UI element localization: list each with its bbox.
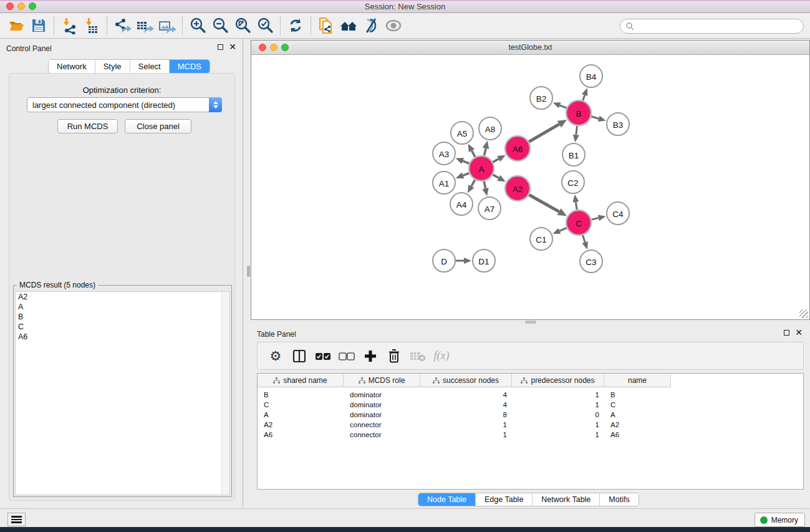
edge-B-B1[interactable]: [576, 126, 577, 135]
edge-C-C2[interactable]: [576, 202, 577, 210]
column-header-successor-nodes[interactable]: successor nodes: [420, 374, 512, 387]
show-graphics-details-icon[interactable]: [382, 15, 405, 36]
edge-A-A2[interactable]: [493, 175, 498, 178]
table-cell-successor_nodes[interactable]: 1: [420, 430, 507, 440]
export-image-icon[interactable]: [156, 15, 178, 36]
vertical-splitter-grip[interactable]: [247, 266, 250, 277]
result-list-item[interactable]: A6: [16, 332, 229, 342]
result-list-scrollbar[interactable]: [221, 292, 229, 495]
table-cell-predecessor_nodes[interactable]: 1: [512, 390, 599, 400]
mcds-result-list[interactable]: A2ABCA6: [15, 291, 230, 495]
table-cell-predecessor_nodes[interactable]: 1: [512, 420, 599, 430]
edge-A2-C[interactable]: [529, 195, 559, 211]
save-session-icon[interactable]: [27, 15, 50, 36]
table-cell-name[interactable]: B: [610, 390, 671, 400]
import-table-icon[interactable]: [80, 15, 103, 36]
table-cell-shared_name[interactable]: C: [264, 400, 344, 410]
column-header-MCDS-role[interactable]: MCDS role: [344, 374, 420, 387]
task-history-button[interactable]: [7, 513, 26, 526]
zoom-fit-icon[interactable]: [231, 15, 254, 36]
show-columns-icon[interactable]: [289, 346, 310, 367]
edge-A-A4[interactable]: [471, 180, 475, 186]
tab-style[interactable]: Style: [95, 60, 130, 73]
tab-network-table[interactable]: Network Table: [533, 493, 600, 506]
export-network-icon[interactable]: [111, 15, 133, 36]
table-cell-predecessor_nodes[interactable]: 1: [512, 400, 599, 410]
zoom-in-icon[interactable]: [186, 15, 209, 36]
table-cell-predecessor_nodes[interactable]: 1: [512, 430, 599, 440]
table-cell-predecessor_nodes[interactable]: 0: [512, 410, 599, 420]
new-network-from-selection-icon[interactable]: [315, 15, 337, 36]
table-cell-mcds_role[interactable]: dominator: [350, 410, 420, 420]
open-session-icon[interactable]: [5, 15, 27, 36]
criterion-dropdown[interactable]: largest connected component (directed): [27, 97, 222, 112]
table-cell-successor_nodes[interactable]: 4: [420, 400, 507, 410]
run-mcds-button[interactable]: Run MCDS: [57, 119, 118, 133]
table-cell-mcds_role[interactable]: connector: [350, 420, 420, 430]
edge-A-A8[interactable]: [484, 148, 486, 156]
float-table-panel-icon[interactable]: [784, 330, 789, 336]
edge-B-B3[interactable]: [591, 117, 599, 118]
edge-A6-B[interactable]: [529, 124, 559, 142]
import-network-icon[interactable]: [58, 15, 80, 36]
table-cell-shared_name[interactable]: B: [264, 390, 344, 400]
home-view-icon[interactable]: [337, 15, 360, 36]
hide-graphics-details-icon[interactable]: [360, 15, 382, 36]
close-panel-button[interactable]: Close panel: [125, 119, 191, 133]
table-cell-successor_nodes[interactable]: 8: [420, 410, 507, 420]
column-header-shared-name[interactable]: shared name: [258, 374, 344, 387]
result-list-item[interactable]: C: [16, 322, 229, 332]
edge-A-A5[interactable]: [472, 151, 475, 157]
edge-B-B2[interactable]: [560, 105, 567, 108]
edge-C-C3[interactable]: [582, 235, 585, 243]
table-cell-successor_nodes[interactable]: 4: [420, 390, 507, 400]
create-column-icon[interactable]: [360, 346, 381, 367]
edge-C-C4[interactable]: [591, 218, 598, 220]
network-resize-grip[interactable]: [799, 309, 808, 318]
close-table-panel-icon[interactable]: ✕: [795, 330, 803, 336]
table-cell-mcds_role[interactable]: dominator: [350, 400, 420, 410]
select-all-columns-icon[interactable]: [312, 346, 334, 367]
horizontal-splitter-grip[interactable]: [525, 321, 536, 324]
memory-button[interactable]: Memory: [755, 513, 805, 527]
edge-B-B4[interactable]: [583, 95, 585, 100]
table-cell-successor_nodes[interactable]: 1: [420, 420, 507, 430]
result-list-item[interactable]: A: [16, 302, 229, 312]
close-panel-icon[interactable]: ✕: [229, 44, 236, 50]
column-settings-icon[interactable]: ⚙: [265, 346, 286, 367]
tab-node-table[interactable]: Node Table: [418, 493, 476, 506]
tab-mcds[interactable]: MCDS: [170, 60, 210, 73]
unselect-all-columns-icon[interactable]: [336, 346, 357, 367]
column-header-name[interactable]: name: [604, 374, 671, 387]
table-cell-name[interactable]: A6: [610, 430, 671, 440]
float-panel-icon[interactable]: [218, 44, 223, 50]
column-header-predecessor-nodes[interactable]: predecessor nodes: [512, 374, 604, 387]
refresh-icon[interactable]: [284, 15, 307, 36]
table-cell-shared_name[interactable]: A2: [264, 420, 344, 430]
edge-C-C1[interactable]: [559, 228, 566, 231]
tab-edge-table[interactable]: Edge Table: [476, 493, 533, 506]
edge-A-A1[interactable]: [463, 173, 469, 176]
table-cell-name[interactable]: A: [610, 410, 671, 420]
export-table-icon[interactable]: [133, 15, 156, 36]
tab-select[interactable]: Select: [130, 60, 170, 73]
edge-A-A7[interactable]: [484, 181, 485, 189]
toolbar-search-box[interactable]: [620, 19, 804, 34]
search-input[interactable]: [634, 20, 803, 32]
result-list-item[interactable]: B: [16, 312, 229, 322]
result-list-item[interactable]: A2: [16, 292, 229, 302]
network-window-titlebar[interactable]: testGlobe.txt: [251, 41, 809, 55]
delete-column-icon[interactable]: [383, 346, 405, 367]
zoom-selected-icon[interactable]: [254, 15, 276, 36]
table-cell-mcds_role[interactable]: dominator: [350, 390, 420, 400]
table-cell-name[interactable]: C: [610, 400, 671, 410]
table-cell-shared_name[interactable]: A6: [264, 430, 344, 440]
tab-motifs[interactable]: Motifs: [600, 493, 638, 506]
table-cell-shared_name[interactable]: A: [264, 410, 344, 420]
edge-A-A6[interactable]: [493, 159, 498, 162]
edge-A-A3[interactable]: [463, 161, 469, 163]
node-table[interactable]: shared nameMCDS rolesuccessor nodesprede…: [257, 373, 804, 490]
table-cell-name[interactable]: A2: [610, 420, 671, 430]
zoom-out-icon[interactable]: [209, 15, 231, 36]
tab-network[interactable]: Network: [49, 60, 95, 73]
